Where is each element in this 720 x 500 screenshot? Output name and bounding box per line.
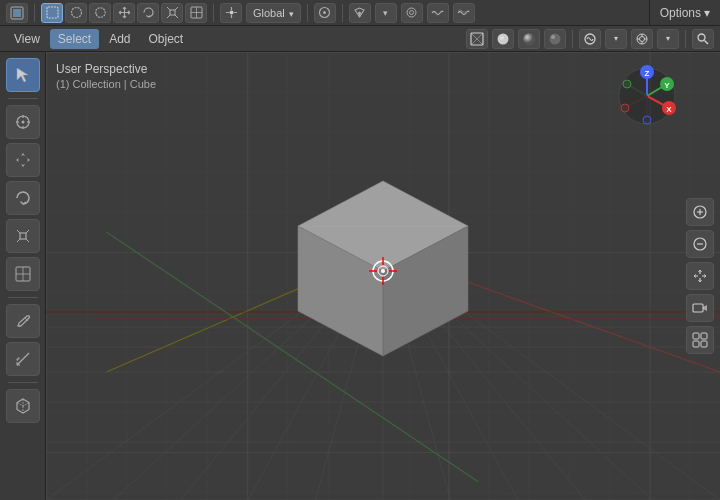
transform-tool-btn[interactable] <box>185 3 207 23</box>
menu-item-select[interactable]: Select <box>50 29 99 49</box>
svg-line-27 <box>705 40 709 44</box>
global-label: Global <box>253 7 285 19</box>
zoom-out-btn[interactable] <box>686 230 714 258</box>
viewport-container: User Perspective (1) Collection | Cube Z… <box>0 52 720 500</box>
svg-rect-1 <box>13 9 21 17</box>
left-tool-rotate[interactable] <box>6 181 40 215</box>
svg-rect-114 <box>693 333 699 339</box>
left-sep2 <box>8 297 38 298</box>
svg-point-16 <box>524 33 535 44</box>
left-tool-annotate[interactable] <box>6 304 40 338</box>
menu-right-controls: ▾ ▾ <box>466 29 714 49</box>
options-label: Options <box>660 6 701 20</box>
proportional-btn[interactable] <box>314 3 336 23</box>
overlay2-btn[interactable] <box>453 3 475 23</box>
pan-btn[interactable] <box>686 262 714 290</box>
svg-rect-117 <box>701 341 707 347</box>
editor-type-btn[interactable] <box>6 3 28 23</box>
sep2 <box>213 4 214 22</box>
svg-line-35 <box>26 230 29 233</box>
svg-text:X: X <box>666 105 672 114</box>
left-tool-transform[interactable] <box>6 257 40 291</box>
options-button[interactable]: Options ▾ <box>649 0 720 26</box>
snap-btn[interactable] <box>349 3 371 23</box>
menu-item-view[interactable]: View <box>6 29 48 49</box>
editor-type-group <box>6 3 28 23</box>
grid-view-btn[interactable] <box>686 326 714 354</box>
svg-line-36 <box>26 239 29 242</box>
svg-rect-47 <box>15 357 19 361</box>
overlay1-btn[interactable] <box>427 3 449 23</box>
svg-line-37 <box>17 239 20 242</box>
search-btn[interactable] <box>692 29 714 49</box>
svg-point-11 <box>410 11 414 15</box>
snap-dropdown-btn[interactable] <box>375 3 397 23</box>
svg-rect-34 <box>20 233 26 239</box>
svg-point-33 <box>21 121 24 124</box>
select-mode-btn[interactable] <box>41 3 63 23</box>
solid-btn[interactable] <box>492 29 514 49</box>
left-tool-cursor[interactable] <box>6 105 40 139</box>
svg-rect-115 <box>701 333 707 339</box>
right-controls <box>686 198 714 354</box>
move-tool-btn[interactable] <box>113 3 135 23</box>
svg-text:Y: Y <box>664 81 670 90</box>
menu-item-object[interactable]: Object <box>141 29 192 49</box>
svg-point-8 <box>323 11 326 14</box>
lasso-select-btn[interactable] <box>89 3 111 23</box>
left-sep1 <box>8 98 38 99</box>
pivot-btn[interactable] <box>220 3 242 23</box>
left-sep3 <box>8 382 38 383</box>
overlay-toggle-btn[interactable] <box>579 29 601 49</box>
svg-point-3 <box>71 8 81 18</box>
rendered-btn[interactable] <box>544 29 566 49</box>
svg-point-6 <box>229 11 233 15</box>
svg-point-105 <box>621 104 629 112</box>
overlay-chevron-btn[interactable]: ▾ <box>605 29 627 49</box>
svg-point-9 <box>358 12 361 15</box>
zoom-in-btn[interactable] <box>686 198 714 226</box>
scale-tool-btn[interactable] <box>161 3 183 23</box>
gizmo-toggle-btn[interactable] <box>631 29 653 49</box>
sep1 <box>34 4 35 22</box>
circle-select-btn[interactable] <box>65 3 87 23</box>
svg-point-107 <box>623 80 631 88</box>
left-tool-scale[interactable] <box>6 219 40 253</box>
left-tool-select[interactable] <box>6 58 40 92</box>
viewport-3d[interactable]: User Perspective (1) Collection | Cube Z… <box>46 52 720 500</box>
menu-item-add[interactable]: Add <box>101 29 138 49</box>
svg-point-103 <box>643 116 651 124</box>
svg-point-17 <box>550 33 561 44</box>
menu-sep1 <box>572 30 573 48</box>
top-toolbar: Global <box>0 0 720 26</box>
svg-rect-4 <box>170 10 175 15</box>
global-chevron-icon <box>289 7 294 19</box>
rotate-tool-btn[interactable] <box>137 3 159 23</box>
svg-rect-116 <box>693 341 699 347</box>
sep4 <box>342 4 343 22</box>
snap-chevron-icon <box>383 7 388 18</box>
left-tool-measure[interactable] <box>6 342 40 376</box>
gizmo-chevron-btn[interactable]: ▾ <box>657 29 679 49</box>
svg-rect-113 <box>693 304 703 312</box>
wireframe-btn[interactable] <box>466 29 488 49</box>
svg-point-18 <box>551 35 555 39</box>
axis-gizmo-svg: Z X Y <box>615 64 680 129</box>
material-preview-btn[interactable] <box>518 29 540 49</box>
mode-icons-group <box>41 3 207 23</box>
left-tool-add-cube[interactable] <box>6 389 40 423</box>
global-dropdown[interactable]: Global <box>246 3 301 23</box>
options-chevron: ▾ <box>704 6 710 20</box>
camera-btn[interactable] <box>686 294 714 322</box>
proportional2-btn[interactable] <box>401 3 423 23</box>
axis-gizmo[interactable]: Z X Y <box>615 64 680 129</box>
svg-rect-2 <box>47 7 58 18</box>
svg-text:Z: Z <box>645 69 650 78</box>
svg-line-38 <box>17 230 20 233</box>
svg-point-10 <box>407 8 416 17</box>
left-toolbar <box>0 52 46 500</box>
menu-bar: View Select Add Object <box>0 26 720 52</box>
sep3 <box>307 4 308 22</box>
menu-sep2 <box>685 30 686 48</box>
left-tool-move[interactable] <box>6 143 40 177</box>
